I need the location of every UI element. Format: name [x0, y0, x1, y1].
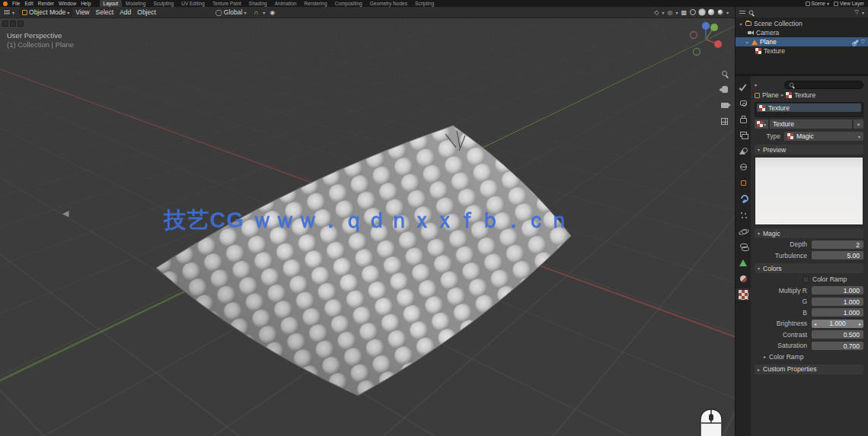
- shading-material-button[interactable]: [708, 9, 714, 15]
- properties-tab-object-data[interactable]: [736, 256, 751, 269]
- chevron-down-icon: ▾: [764, 122, 766, 127]
- shading-solid-button[interactable]: [699, 9, 705, 15]
- navigation-gizmo[interactable]: [686, 20, 726, 59]
- sidebar-collapse-arrow-icon[interactable]: ◀: [62, 208, 69, 218]
- tab-uv-editing[interactable]: UV Editing: [177, 0, 209, 7]
- editor-type-button[interactable]: ▾: [0, 7, 18, 18]
- increment-arrow-icon[interactable]: ▸: [859, 321, 861, 326]
- breadcrumb-texture[interactable]: Texture: [794, 91, 815, 99]
- properties-tab-constraints[interactable]: [736, 240, 751, 253]
- saturation-row: Saturation 0.700: [755, 341, 863, 351]
- multiply-g-field[interactable]: 1.000: [812, 298, 863, 306]
- chevron-down-icon: ▾: [244, 10, 246, 15]
- multiply-b-field[interactable]: 1.000: [812, 308, 863, 317]
- overlay-options-chevron-icon[interactable]: ▾: [675, 10, 678, 15]
- color-ramp-subpanel[interactable]: ▸ Color Ramp: [755, 352, 863, 361]
- properties-tab-world[interactable]: [736, 161, 751, 173]
- orientation-label: Global: [224, 8, 243, 16]
- field-label: Multiply R: [755, 287, 812, 294]
- texture-slot-row[interactable]: Texture: [757, 103, 861, 112]
- menu-view[interactable]: View: [72, 7, 92, 18]
- move-tool-icon[interactable]: [18, 21, 24, 27]
- properties-tab-material[interactable]: [736, 272, 751, 285]
- overlays-icon[interactable]: ◎: [667, 9, 672, 16]
- multiply-r-field[interactable]: 1.000: [812, 286, 863, 294]
- expand-caret-icon[interactable]: ▾: [739, 21, 743, 27]
- texture-name-field[interactable]: Texture: [770, 119, 852, 129]
- properties-search-input[interactable]: [784, 81, 863, 89]
- browse-texture-button[interactable]: ▾: [755, 119, 768, 129]
- snap-magnet-icon[interactable]: ∩: [254, 9, 258, 16]
- menu-edit[interactable]: Edit: [22, 0, 35, 7]
- menu-add[interactable]: Add: [116, 7, 134, 18]
- contrast-field[interactable]: 0.500: [812, 330, 863, 339]
- tab-rendering[interactable]: Rendering: [301, 0, 331, 7]
- texture-slot-list[interactable]: Texture: [755, 102, 863, 117]
- unlink-button[interactable]: ×: [854, 119, 863, 129]
- menu-render[interactable]: Render: [36, 0, 56, 7]
- outliner-search-icon[interactable]: [749, 10, 754, 14]
- color-ramp-checkbox[interactable]: [803, 276, 809, 283]
- blender-logo-icon[interactable]: [3, 2, 8, 6]
- menu-select[interactable]: Select: [93, 7, 117, 18]
- properties-tab-modifiers[interactable]: [736, 193, 751, 205]
- gizmo-options-chevron-icon[interactable]: ▾: [662, 10, 664, 15]
- colors-panel-header[interactable]: ▾ Colors: [755, 263, 863, 273]
- cursor-tool-icon[interactable]: [10, 21, 16, 27]
- pan-hand-icon[interactable]: [720, 84, 729, 94]
- outliner-row-camera[interactable]: Camera: [736, 28, 868, 37]
- depth-field[interactable]: 2: [812, 240, 863, 249]
- breadcrumb-separator-icon: ▸: [781, 92, 784, 98]
- viewport-3d[interactable]: User Perspective (1) Collection | Plane …: [0, 18, 735, 436]
- magic-panel-header[interactable]: ▾ Magic: [755, 228, 863, 238]
- texture-datablock-row: ▾ Texture ×: [755, 119, 863, 129]
- proportional-editing-icon[interactable]: ◉: [270, 9, 275, 16]
- outliner-row-scene-collection[interactable]: ▾ Scene Collection: [736, 19, 868, 28]
- properties-tab-physics[interactable]: [736, 224, 751, 237]
- shading-wireframe-button[interactable]: [690, 9, 696, 15]
- mode-dropdown[interactable]: Object Mode ▾: [19, 7, 72, 18]
- zoom-icon[interactable]: [720, 68, 729, 78]
- multiply-g-row: G 1.000: [755, 297, 863, 307]
- expand-caret-icon[interactable]: ▾: [745, 40, 749, 45]
- xray-toggle-icon[interactable]: ▩: [681, 9, 687, 16]
- properties-tab-view-layer[interactable]: [736, 129, 751, 141]
- properties-tab-scene[interactable]: [736, 145, 751, 157]
- menu-object[interactable]: Object: [134, 7, 159, 18]
- saturation-field[interactable]: 0.700: [812, 342, 863, 350]
- shading-options-chevron-icon[interactable]: ▾: [726, 10, 729, 15]
- select-box-tool-icon[interactable]: [2, 21, 8, 27]
- tab-geometry-nodes[interactable]: Geometry Nodes: [366, 0, 411, 7]
- breadcrumb-object[interactable]: Plane: [762, 91, 779, 99]
- camera-icon: [748, 30, 754, 35]
- outliner-filter-icon[interactable]: ▽: [855, 9, 859, 15]
- turbulence-field[interactable]: 5.00: [812, 251, 863, 259]
- tab-scripting[interactable]: Scripting: [411, 0, 438, 7]
- properties-tab-render[interactable]: [736, 97, 751, 109]
- show-gizmo-icon[interactable]: ◇: [654, 9, 659, 16]
- properties-tab-object[interactable]: [736, 177, 751, 189]
- tab-animation[interactable]: Animation: [271, 0, 301, 7]
- custom-properties-panel-header[interactable]: ▸ Custom Properties: [755, 364, 863, 374]
- properties-tab-particles[interactable]: [736, 208, 751, 221]
- texture-type-dropdown[interactable]: Magic ▾: [784, 132, 863, 141]
- chevron-down-icon[interactable]: ▾: [862, 10, 864, 15]
- properties-tab-output[interactable]: [736, 113, 751, 125]
- field-label: Contrast: [755, 331, 812, 339]
- outliner-row-plane[interactable]: ▾ Plane ▽: [736, 37, 868, 46]
- properties-tab-tool[interactable]: [736, 81, 751, 93]
- transform-orientation-dropdown[interactable]: ◯ Global ▾: [212, 7, 250, 18]
- filter-chevron-icon[interactable]: ▾: [755, 82, 757, 88]
- perspective-toggle-icon[interactable]: [720, 116, 729, 126]
- properties-tab-texture[interactable]: [736, 288, 751, 301]
- outliner-display-mode-icon[interactable]: [739, 10, 745, 15]
- outliner-row-texture[interactable]: Texture: [736, 46, 868, 56]
- preview-panel-header[interactable]: ▾ Preview: [755, 145, 863, 154]
- brightness-field[interactable]: ◂ 1.000 ▸: [812, 320, 863, 328]
- snap-options-chevron-icon[interactable]: ▾: [263, 10, 265, 15]
- camera-view-icon[interactable]: [720, 100, 729, 110]
- view-layer-selector[interactable]: View Layer: [834, 1, 864, 6]
- shading-rendered-button[interactable]: [717, 9, 723, 15]
- tab-compositing[interactable]: Compositing: [331, 0, 366, 7]
- scene-selector[interactable]: Scene ▾: [806, 1, 829, 6]
